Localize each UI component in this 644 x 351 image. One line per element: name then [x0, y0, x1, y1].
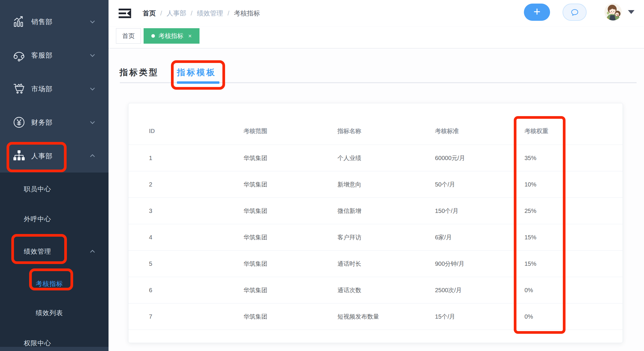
table-cell: 7	[128, 303, 223, 330]
table-cell: 2500次/月	[414, 277, 504, 303]
tag-label: 考核指标	[158, 32, 183, 40]
table-cell: 华筑集团	[223, 277, 317, 303]
sidebar-item-label: 人事部	[31, 151, 53, 160]
tag-assessment-indicators[interactable]: 考核指标 ×	[144, 28, 200, 44]
add-button[interactable]: +	[524, 4, 550, 21]
table-row[interactable]: 4华筑集团客户拜访6家/月15%	[128, 224, 623, 251]
sidebar-item-performance-list[interactable]: 绩效列表	[0, 298, 109, 328]
table-cell: 15个/月	[414, 303, 504, 330]
table-cell: 10%	[504, 171, 623, 198]
yen-icon	[12, 116, 26, 129]
hamburger-icon[interactable]	[118, 7, 131, 19]
table-cell: 15%	[504, 224, 623, 251]
sidebar-item-performance-mgmt[interactable]: 绩效管理	[0, 237, 109, 266]
chevron-up-icon	[89, 152, 96, 159]
sidebar-item-finance[interactable]: 财务部	[0, 105, 109, 139]
sidebar-item-label: 销售部	[31, 17, 53, 26]
breadcrumb-separator: /	[227, 10, 229, 17]
table-cell: 4	[128, 224, 223, 251]
table-cell: 15%	[504, 251, 623, 277]
sidebar-item-staff-center[interactable]: 职员中心	[0, 174, 109, 204]
chat-bubble-icon	[570, 8, 579, 17]
sidebar-item-label: 财务部	[31, 118, 53, 127]
headset-icon	[12, 49, 26, 62]
sidebar-item-label: 考核指标	[36, 279, 63, 288]
chart-icon	[12, 15, 26, 28]
sidebar-item-hr[interactable]: 人事部	[0, 139, 109, 173]
table-cell: 1	[128, 145, 223, 171]
table-cell: 华筑集团	[223, 303, 317, 330]
table-cell: 华筑集团	[223, 171, 317, 198]
table-card: ID考核范围指标名称考核标准考核权重 1华筑集团个人业绩60000元/月35%2…	[128, 103, 623, 343]
table-cell: 客户拜访	[317, 224, 414, 251]
close-icon[interactable]: ×	[188, 33, 192, 39]
sidebar-item-label: 权限中心	[24, 339, 51, 348]
table-cell: 华筑集团	[223, 145, 317, 171]
indicator-table: ID考核范围指标名称考核标准考核权重 1华筑集团个人业绩60000元/月35%2…	[128, 118, 623, 330]
sidebar-item-sales[interactable]: 销售部	[0, 5, 109, 38]
sidebar-item-service[interactable]: 客服部	[0, 38, 109, 72]
tag-home[interactable]: 首页	[116, 28, 141, 44]
tag-label: 首页	[122, 32, 135, 40]
navbar: 首页 / 人事部 / 绩效管理 / 考核指标 +	[109, 0, 644, 27]
tab-indicator-type[interactable]: 指标类型	[120, 67, 159, 78]
app-window: 销售部 客服部	[0, 0, 644, 351]
chevron-down-icon	[89, 85, 96, 92]
table-row[interactable]: 1华筑集团个人业绩60000元/月35%	[128, 145, 623, 171]
table-cell: 短视频发布数量	[317, 303, 414, 330]
plus-icon: +	[533, 6, 540, 18]
table-cell: 通话时长	[317, 251, 414, 277]
table-cell: 0%	[504, 277, 623, 303]
sidebar-item-assessment-indicators[interactable]: 考核指标	[0, 269, 109, 299]
chevron-down-icon	[89, 52, 96, 59]
avatar[interactable]	[604, 3, 622, 20]
cart-icon	[12, 82, 26, 95]
sidebar-item-label: 职员中心	[24, 185, 51, 194]
breadcrumb-separator: /	[191, 10, 192, 17]
table-cell: 3	[128, 198, 223, 224]
table-header-cell: 考核标准	[414, 118, 504, 145]
table-header-cell: 考核权重	[504, 118, 623, 145]
sidebar-item-marketing[interactable]: 市场部	[0, 72, 109, 105]
table-header-cell: ID	[128, 118, 223, 145]
message-button[interactable]	[563, 4, 587, 21]
chevron-down-icon	[89, 18, 96, 25]
sidebar-item-label: 客服部	[31, 50, 53, 60]
sidebar-item-permission-center[interactable]: 权限中心	[0, 328, 109, 351]
table-row[interactable]: 7华筑集团短视频发布数量15个/月0%	[128, 303, 623, 330]
sidebar-item-label: 市场部	[31, 84, 53, 93]
breadcrumb-item-current: 考核指标	[234, 9, 260, 18]
tag-active-dot	[151, 34, 155, 38]
table-row[interactable]: 3华筑集团微信新增150个/月25%	[128, 198, 623, 224]
active-tab-underline	[177, 81, 219, 84]
breadcrumb-item-home[interactable]: 首页	[143, 9, 156, 18]
sidebar-submenu-hr: 职员中心 外呼中心 绩效管理 考核指标 绩效列表 权限中心	[0, 173, 109, 347]
table-header-cell: 考核范围	[223, 118, 317, 145]
breadcrumb-item-hr[interactable]: 人事部	[167, 9, 186, 18]
sitemap-icon	[12, 149, 26, 162]
tags-view-bar: 首页 考核指标 ×	[109, 27, 644, 48]
sidebar-item-label: 绩效管理	[24, 247, 51, 256]
table-row[interactable]: 2华筑集团新增意向50个/月10%	[128, 171, 623, 198]
table-row[interactable]: 5华筑集团通话时长900分钟/月15%	[128, 251, 623, 277]
app-main: 指标类型 指标模板 ID考核范围指标名称考核标准考核权重 1华筑集团个人业绩60…	[109, 48, 644, 351]
chevron-up-icon	[89, 248, 96, 255]
table-cell: 华筑集团	[223, 198, 317, 224]
sidebar-item-outbound-center[interactable]: 外呼中心	[0, 204, 109, 234]
table-cell: 35%	[504, 145, 623, 171]
table-cell: 华筑集团	[223, 224, 317, 251]
table-cell: 个人业绩	[317, 145, 414, 171]
table-cell: 5	[128, 251, 223, 277]
table-row[interactable]: 6华筑集团通话次数2500次/月0%	[128, 277, 623, 303]
tab-indicator-template[interactable]: 指标模板	[177, 67, 216, 78]
table-cell: 通话次数	[317, 277, 414, 303]
avatar-dropdown-caret[interactable]	[628, 10, 634, 14]
breadcrumb-item-performance[interactable]: 绩效管理	[197, 9, 223, 18]
sidebar-item-label: 外呼中心	[24, 215, 51, 224]
table-cell: 0%	[504, 303, 623, 330]
sidebar-item-label: 绩效列表	[36, 309, 63, 317]
table-cell: 25%	[504, 198, 623, 224]
table-cell: 60000元/月	[414, 145, 504, 171]
table-cell: 6	[128, 277, 223, 303]
breadcrumb: 首页 / 人事部 / 绩效管理 / 考核指标	[143, 0, 260, 27]
